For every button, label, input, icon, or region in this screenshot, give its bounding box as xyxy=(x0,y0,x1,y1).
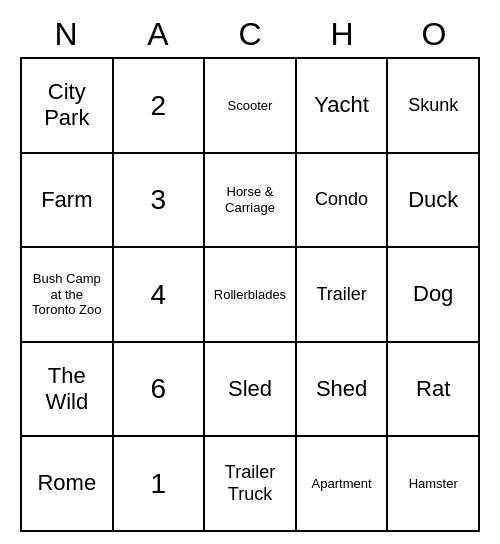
cell-text-row4-col4: Hamster xyxy=(409,476,458,492)
cell-text-row3-col3: Shed xyxy=(316,376,367,402)
cell-row1-col0: Farm xyxy=(22,154,114,249)
cell-text-row4-col3: Apartment xyxy=(312,476,372,492)
cell-text-row4-col2: Trailer Truck xyxy=(211,462,289,505)
cell-row0-col2: Scooter xyxy=(205,59,297,154)
cell-row1-col3: Condo xyxy=(297,154,389,249)
cell-text-row0-col3: Yacht xyxy=(314,92,369,118)
cell-row2-col3: Trailer xyxy=(297,248,389,343)
cell-text-row0-col1: 2 xyxy=(151,89,167,123)
header-letter-c: C xyxy=(204,12,296,57)
bingo-grid: City Park2ScooterYachtSkunkFarm3Horse & … xyxy=(20,57,480,532)
cell-text-row0-col2: Scooter xyxy=(228,98,273,114)
cell-row4-col1: 1 xyxy=(114,437,206,532)
cell-row1-col4: Duck xyxy=(388,154,480,249)
cell-row4-col3: Apartment xyxy=(297,437,389,532)
cell-row0-col4: Skunk xyxy=(388,59,480,154)
cell-text-row1-col2: Horse & Carriage xyxy=(211,184,289,215)
cell-text-row3-col2: Sled xyxy=(228,376,272,402)
cell-row2-col4: Dog xyxy=(388,248,480,343)
cell-row0-col3: Yacht xyxy=(297,59,389,154)
cell-row0-col1: 2 xyxy=(114,59,206,154)
header-letter-h: H xyxy=(296,12,388,57)
cell-text-row2-col4: Dog xyxy=(413,281,453,307)
cell-row2-col0: Bush Camp at the Toronto Zoo xyxy=(22,248,114,343)
cell-text-row0-col4: Skunk xyxy=(408,95,458,117)
cell-row3-col0: The Wild xyxy=(22,343,114,438)
header-letter-a: A xyxy=(112,12,204,57)
cell-text-row2-col3: Trailer xyxy=(316,284,366,306)
cell-text-row0-col0: City Park xyxy=(28,79,106,132)
cell-text-row1-col1: 3 xyxy=(151,183,167,217)
cell-text-row2-col2: Rollerblades xyxy=(214,287,286,303)
cell-text-row3-col0: The Wild xyxy=(28,363,106,416)
cell-text-row1-col3: Condo xyxy=(315,189,368,211)
bingo-card: NACHO City Park2ScooterYachtSkunkFarm3Ho… xyxy=(20,12,480,532)
cell-row4-col2: Trailer Truck xyxy=(205,437,297,532)
header-letter-n: N xyxy=(20,12,112,57)
cell-text-row2-col0: Bush Camp at the Toronto Zoo xyxy=(28,271,106,318)
cell-row4-col4: Hamster xyxy=(388,437,480,532)
cell-row3-col4: Rat xyxy=(388,343,480,438)
cell-text-row2-col1: 4 xyxy=(151,278,167,312)
cell-row3-col3: Shed xyxy=(297,343,389,438)
cell-row3-col2: Sled xyxy=(205,343,297,438)
cell-text-row3-col1: 6 xyxy=(151,372,167,406)
cell-row1-col2: Horse & Carriage xyxy=(205,154,297,249)
cell-text-row4-col1: 1 xyxy=(151,467,167,501)
cell-row1-col1: 3 xyxy=(114,154,206,249)
cell-row4-col0: Rome xyxy=(22,437,114,532)
cell-row3-col1: 6 xyxy=(114,343,206,438)
cell-text-row1-col4: Duck xyxy=(408,187,458,213)
cell-text-row3-col4: Rat xyxy=(416,376,450,402)
cell-text-row1-col0: Farm xyxy=(41,187,92,213)
cell-row2-col1: 4 xyxy=(114,248,206,343)
cell-text-row4-col0: Rome xyxy=(37,470,96,496)
bingo-header: NACHO xyxy=(20,12,480,57)
header-letter-o: O xyxy=(388,12,480,57)
cell-row2-col2: Rollerblades xyxy=(205,248,297,343)
cell-row0-col0: City Park xyxy=(22,59,114,154)
